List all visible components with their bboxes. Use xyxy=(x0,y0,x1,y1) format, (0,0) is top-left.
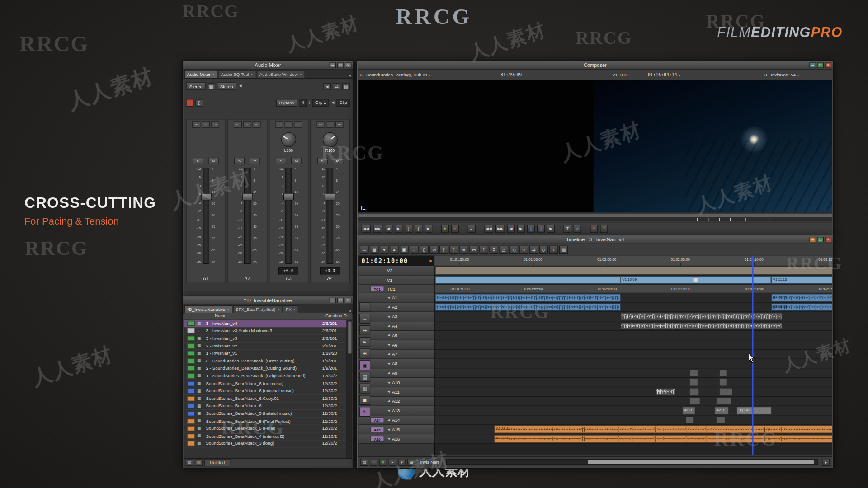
timeline-clip[interactable] xyxy=(435,303,620,311)
fader-handle[interactable] xyxy=(242,193,253,200)
fader-handle[interactable] xyxy=(325,193,335,200)
timeline-clip[interactable]: ◄) HR xyxy=(737,407,772,414)
bin-scrollbar[interactable] xyxy=(347,320,352,458)
mute-button[interactable]: M xyxy=(250,158,260,164)
timecode-display[interactable]: 01:16:04:14 ▾ xyxy=(648,70,681,80)
timeline-clip[interactable] xyxy=(719,369,727,377)
timeline-clip[interactable] xyxy=(685,416,694,424)
close-button[interactable]: × xyxy=(825,237,831,242)
audio-tool-icon[interactable]: ♪ xyxy=(549,246,558,254)
close-button[interactable]: × xyxy=(345,62,352,68)
trim-tool-icon[interactable]: ▤ xyxy=(359,372,370,382)
scroll-thumb[interactable] xyxy=(588,460,814,464)
source-track-button[interactable]: A14 xyxy=(370,417,384,423)
source-track-button[interactable]: A15 xyxy=(370,426,384,432)
solo-button[interactable]: S xyxy=(234,158,245,164)
source-position-bar[interactable] xyxy=(358,213,832,218)
step-forward-icon[interactable]: ▶ xyxy=(395,225,402,233)
trim-mode-icon[interactable]: T xyxy=(564,225,571,233)
mute-button[interactable]: M xyxy=(208,158,219,164)
timeline-scrollbar[interactable] xyxy=(446,459,818,465)
audio-wave-icon[interactable]: ∿ xyxy=(359,407,370,417)
timeline-clip[interactable]: A1 28:11 xyxy=(494,426,832,433)
timeline-clip[interactable] xyxy=(690,388,699,395)
play-reverse-icon[interactable]: ◁ xyxy=(574,225,581,233)
record-enable-button[interactable] xyxy=(186,99,193,107)
bin-row[interactable]: ▦2 - InvisNarr_v22/6/201 xyxy=(184,343,347,350)
mark-in-icon[interactable]: [ xyxy=(405,225,412,233)
segment-menu-icon[interactable]: ≡ xyxy=(459,246,468,254)
track-lane-a2[interactable]: A2 18:18 xyxy=(435,303,832,312)
bin-row[interactable]: ▦SoundStories_BearAttack_5 (hateful musi… xyxy=(184,410,347,418)
trim-icon[interactable]: ▯ xyxy=(420,246,429,254)
timeline-clip[interactable]: A2 28:11 xyxy=(494,435,832,442)
source-record-toggle-icon[interactable]: ▭ xyxy=(360,246,369,254)
overwrite-icon[interactable]: ▾ xyxy=(451,225,458,233)
track-lane-a14[interactable] xyxy=(435,416,832,425)
group-link-icon[interactable]: ∞ xyxy=(275,121,283,128)
dual-roller-icon[interactable]: ⇉ xyxy=(529,246,538,254)
view-dropdown-icon[interactable]: ▾ xyxy=(398,458,406,465)
timeline-clip[interactable]: A2 18:18 xyxy=(771,303,832,311)
minimize-button[interactable]: – xyxy=(809,237,816,242)
bin-row[interactable]: ▦SoundStories_BearAttack_6 (no music)12/… xyxy=(184,380,347,388)
mixer-tab[interactable]: Audio Mixer× xyxy=(184,70,217,78)
track-lane-a15[interactable]: A1 28:11 xyxy=(435,425,832,434)
track-lane-a1[interactable]: A1 18:18 xyxy=(435,293,832,303)
track-lane-a13[interactable]: A1 0A2 0◄) HR xyxy=(435,406,832,416)
bin-row[interactable]: ▦SoundStories_BearAttack_5 (Final)12/20/… xyxy=(184,425,347,433)
mark-in-2-icon[interactable]: [ xyxy=(527,225,535,233)
track-lane-a11[interactable]: A4 0 xyxy=(435,387,832,397)
trash-icon[interactable]: ▯ xyxy=(195,99,203,107)
track-lane-a7[interactable] xyxy=(435,350,832,359)
bin-row[interactable]: ▦SoundStories_BearAttack_5 (Final Perfec… xyxy=(184,418,347,425)
gang-link-icon[interactable]: ∞ xyxy=(211,121,219,128)
mixer-view-icon[interactable]: ▤ xyxy=(342,83,350,90)
timeline-menu-icon[interactable]: ≡ xyxy=(467,225,475,233)
track-header-v2[interactable]: V2 xyxy=(358,266,434,276)
mute-button[interactable]: M xyxy=(291,158,302,164)
pan-link-icon[interactable]: ◦ xyxy=(326,121,334,128)
scroll-right-icon[interactable]: ▸ xyxy=(822,458,830,465)
rewind-icon[interactable]: ◀◀ xyxy=(362,225,371,233)
monitor-speaker-icon[interactable]: ◄ xyxy=(323,83,331,90)
record-clip-selector[interactable]: 3 - InvisNarr_v4 ▾ xyxy=(764,70,799,80)
timeline-clip[interactable] xyxy=(435,267,832,274)
bin-titlebar[interactable]: * D_InvisibleNarrative – □ × xyxy=(183,296,353,305)
mixer-tab[interactable]: AudioSuite Window× xyxy=(257,70,305,78)
timeline-clip[interactable] xyxy=(690,369,698,377)
close-button[interactable]: × xyxy=(825,62,831,68)
effects-tool-icon[interactable]: ▥ xyxy=(359,384,370,394)
close-tab-icon[interactable]: × xyxy=(277,307,280,312)
maximize-button[interactable]: □ xyxy=(337,62,344,68)
fader-handle[interactable] xyxy=(283,193,294,200)
track-lane-tc1[interactable]: 01:01:50:0001:01:55:0001:02:00:0001:02:0… xyxy=(435,285,832,293)
bypass-button[interactable]: Bypass xyxy=(276,99,297,107)
close-button[interactable]: × xyxy=(345,298,352,303)
timeline-clip[interactable]: A1 18:18 xyxy=(771,294,832,301)
play-tool-icon[interactable]: ▸ xyxy=(359,337,370,347)
fader-handle[interactable] xyxy=(201,193,211,200)
mark-out-2-icon[interactable]: ] xyxy=(537,225,545,233)
timeline-clip[interactable] xyxy=(621,322,783,330)
track-header-a16[interactable]: A16◄A16 xyxy=(358,434,434,444)
step-backward-icon[interactable]: ◀ xyxy=(384,225,392,233)
add-edit-icon[interactable]: △ xyxy=(499,246,508,254)
expand-track-icon[interactable]: ▲ xyxy=(390,246,399,254)
column-creation-date[interactable]: Creation D xyxy=(326,313,347,318)
bin-column-headers[interactable]: Name Creation D xyxy=(184,313,352,320)
track-header-a15[interactable]: A15◄A15 xyxy=(358,425,434,434)
toggle-panel-icon[interactable]: ⊞ xyxy=(407,458,415,465)
add-marker-icon[interactable]: ⚑ xyxy=(590,225,598,233)
volume-fader[interactable] xyxy=(244,168,251,264)
add-track-icon[interactable]: ⊞ xyxy=(359,348,370,358)
gang-link-icon[interactable]: ∞ xyxy=(294,121,302,128)
maximize-button[interactable]: □ xyxy=(817,62,824,68)
timecode-ruler[interactable]: 01:01:50:0001:01:55:0001:02:00:0001:02:0… xyxy=(434,256,832,266)
timeline-clip[interactable] xyxy=(719,388,733,395)
timeline-clip[interactable] xyxy=(435,294,620,301)
track-lane-a3[interactable] xyxy=(435,312,832,322)
bin-tab[interactable]: FX× xyxy=(283,305,298,313)
collapse-icon[interactable]: ⊟ xyxy=(469,246,478,254)
track-lane-a10[interactable] xyxy=(435,378,832,387)
